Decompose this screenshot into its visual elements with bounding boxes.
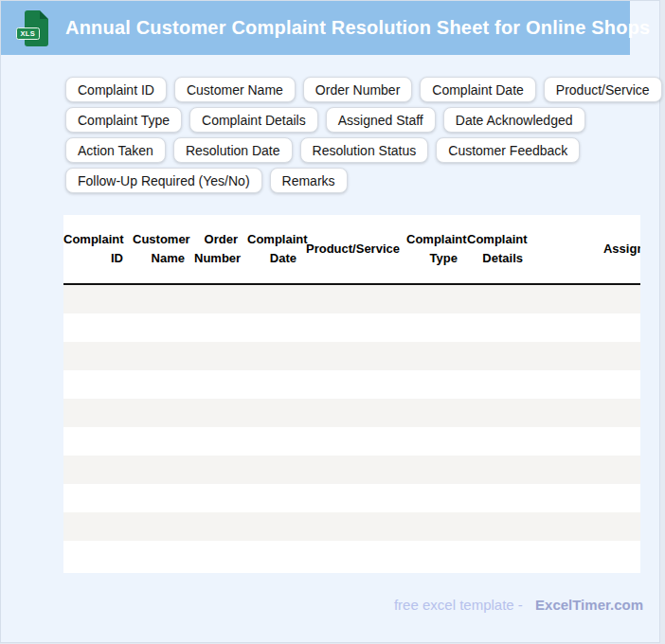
column-header: Complaint Date xyxy=(247,230,306,268)
column-header: Complaint ID xyxy=(63,230,133,268)
field-chip[interactable]: Customer Feedback xyxy=(436,137,580,163)
template-preview-card: XLS Annual Customer Complaint Resolution… xyxy=(0,0,660,643)
field-chip[interactable]: Action Taken xyxy=(65,137,166,163)
table-row xyxy=(63,399,640,427)
column-header: Complaint Type xyxy=(406,230,467,268)
field-chip[interactable]: Follow-Up Required (Yes/No) xyxy=(65,168,262,193)
title-bar: XLS Annual Customer Complaint Resolution… xyxy=(1,1,630,55)
field-chip[interactable]: Complaint ID xyxy=(65,77,167,102)
field-chip[interactable]: Resolution Status xyxy=(300,137,429,163)
table-row xyxy=(63,370,640,399)
chip-row: Complaint TypeComplaint DetailsAssigned … xyxy=(65,107,656,133)
field-chip[interactable]: Customer Name xyxy=(174,77,296,102)
field-chip[interactable]: Resolution Date xyxy=(173,137,293,163)
field-chip[interactable]: Assigned Staff xyxy=(326,107,436,133)
table-body xyxy=(63,285,640,569)
field-chip[interactable]: Remarks xyxy=(270,168,348,193)
chip-row: Action TakenResolution DateResolution St… xyxy=(65,137,656,163)
column-header: Customer Name xyxy=(133,230,194,268)
brand-link[interactable]: ExcelTimer.com xyxy=(535,597,643,613)
table-row xyxy=(63,484,640,512)
chip-row: Follow-Up Required (Yes/No)Remarks xyxy=(65,168,656,193)
column-header: Assigned Staff xyxy=(532,240,640,259)
table-row xyxy=(63,285,640,313)
field-chip[interactable]: Product/Service xyxy=(544,77,662,102)
table-row xyxy=(63,342,640,370)
table-row xyxy=(63,541,640,569)
column-header: Complaint Details xyxy=(467,230,532,268)
field-chips: Complaint IDCustomer NameOrder NumberCom… xyxy=(65,77,656,198)
xls-badge: XLS xyxy=(16,27,40,40)
footer-tagline: free excel template - xyxy=(394,597,523,613)
xls-file-icon: XLS xyxy=(25,10,48,46)
table-header-row: Complaint IDCustomer NameOrder NumberCom… xyxy=(63,215,640,285)
column-header: Order Number xyxy=(194,230,247,268)
table-row xyxy=(63,512,640,541)
table-row xyxy=(63,427,640,456)
field-chip[interactable]: Date Acknowledged xyxy=(443,107,585,133)
table-row xyxy=(63,313,640,342)
chip-row: Complaint IDCustomer NameOrder NumberCom… xyxy=(65,77,656,102)
field-chip[interactable]: Order Number xyxy=(303,77,412,102)
column-header: Product/Service xyxy=(306,240,406,259)
page-title: Annual Customer Complaint Resolution She… xyxy=(65,17,650,39)
field-chip[interactable]: Complaint Type xyxy=(65,107,182,133)
field-chip[interactable]: Complaint Details xyxy=(189,107,318,133)
field-chip[interactable]: Complaint Date xyxy=(420,77,536,102)
footer: free excel template - ExcelTimer.com xyxy=(394,597,643,613)
table-row xyxy=(63,456,640,484)
spreadsheet-preview: Complaint IDCustomer NameOrder NumberCom… xyxy=(63,215,640,573)
